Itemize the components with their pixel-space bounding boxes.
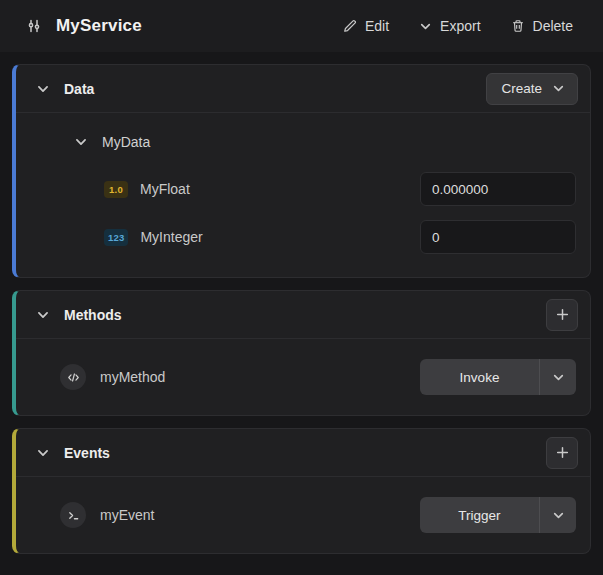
invoke-button[interactable]: Invoke [420, 359, 539, 395]
service-sliders-icon [26, 18, 42, 34]
invoke-dropdown-button[interactable] [539, 359, 576, 395]
delete-label: Delete [533, 18, 573, 34]
add-event-button[interactable] [546, 437, 578, 469]
methods-section-title: Methods [64, 307, 122, 323]
header-actions: Edit Export Delete [343, 18, 573, 34]
chevron-down-icon[interactable] [36, 308, 50, 322]
chevron-down-icon[interactable] [36, 446, 50, 460]
methods-section-body: myMethod Invoke [16, 339, 590, 415]
plus-icon [555, 307, 570, 322]
export-label: Export [440, 18, 480, 34]
invoke-label: Invoke [460, 370, 500, 385]
chevron-down-icon [419, 20, 432, 33]
mydata-group-row[interactable]: MyData [16, 119, 576, 165]
data-section-body: MyData 1.0 MyFloat 123 MyInteger [16, 113, 590, 277]
plus-icon [555, 445, 570, 460]
integer-type-badge: 123 [104, 229, 128, 246]
myevent-label: myEvent [100, 507, 154, 523]
events-section-body: myEvent Trigger [16, 477, 590, 553]
data-section-header[interactable]: Data Create [16, 65, 590, 113]
myinteger-label: MyInteger [140, 229, 202, 245]
delete-button[interactable]: Delete [511, 18, 573, 34]
myinteger-input[interactable] [420, 220, 576, 254]
myfloat-input[interactable] [420, 172, 576, 206]
data-section-title: Data [64, 81, 94, 97]
trash-icon [511, 19, 525, 33]
chevron-down-icon[interactable] [36, 82, 50, 96]
myfloat-label: MyFloat [140, 181, 190, 197]
chevron-down-icon [552, 509, 565, 522]
methods-section-header[interactable]: Methods [16, 291, 590, 339]
create-label: Create [501, 81, 542, 96]
mydata-group-label: MyData [102, 134, 150, 150]
export-button[interactable]: Export [419, 18, 480, 34]
trigger-button[interactable]: Trigger [420, 497, 539, 533]
create-button[interactable]: Create [486, 73, 578, 105]
float-type-badge: 1.0 [104, 181, 128, 198]
page-title: MyService [56, 16, 142, 36]
chevron-down-icon [552, 371, 565, 384]
field-row-myinteger: 123 MyInteger [16, 213, 576, 261]
method-row-mymethod: myMethod Invoke [16, 355, 590, 399]
chevron-down-icon[interactable] [74, 135, 88, 149]
trigger-dropdown-button[interactable] [539, 497, 576, 533]
trigger-label: Trigger [458, 508, 500, 523]
mymethod-label: myMethod [100, 369, 165, 385]
field-row-myfloat: 1.0 MyFloat [16, 165, 576, 213]
chevron-down-icon [552, 82, 565, 95]
event-row-myevent: myEvent Trigger [16, 493, 590, 537]
edit-button[interactable]: Edit [343, 18, 389, 34]
main-content: Data Create MyData 1.0 MyFloat [0, 52, 603, 554]
edit-label: Edit [365, 18, 389, 34]
methods-section: Methods myMethod Invoke [12, 290, 591, 416]
events-section-title: Events [64, 445, 110, 461]
header: MyService Edit Export Delete [0, 0, 603, 52]
invoke-split-button: Invoke [420, 359, 576, 395]
header-left: MyService [26, 16, 142, 36]
trigger-split-button: Trigger [420, 497, 576, 533]
pencil-icon [343, 19, 357, 33]
terminal-prompt-icon [60, 502, 86, 528]
events-section-header[interactable]: Events [16, 429, 590, 477]
add-method-button[interactable] [546, 299, 578, 331]
code-brackets-icon [60, 364, 86, 390]
data-section: Data Create MyData 1.0 MyFloat [12, 64, 591, 278]
events-section: Events myEvent Trigger [12, 428, 591, 554]
